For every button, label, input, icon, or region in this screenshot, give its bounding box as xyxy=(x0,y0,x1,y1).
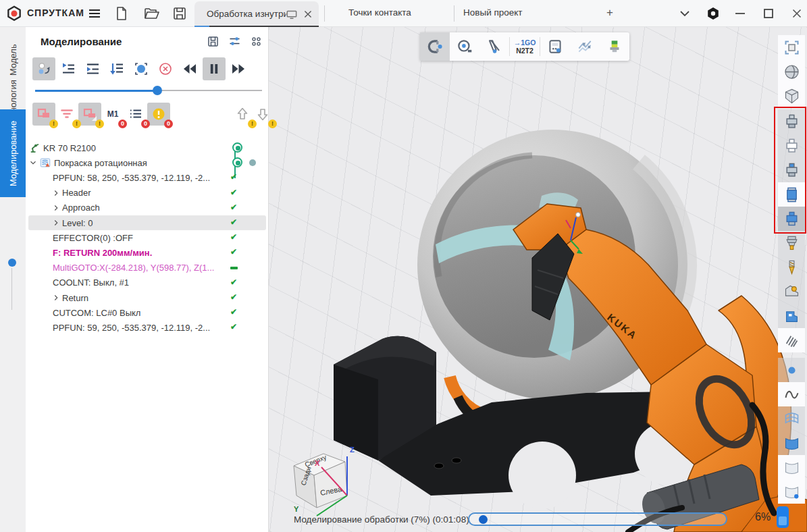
slider-thumb[interactable] xyxy=(153,86,162,95)
tree-row[interactable]: PPFUN: 59, 250, -535.379, -12.119, -2...… xyxy=(28,320,266,335)
sim-mode-button[interactable] xyxy=(32,57,55,80)
new-file-icon[interactable] xyxy=(113,5,130,22)
tree-row[interactable]: EFFECTOR(0) :OFF✔ xyxy=(28,230,266,245)
tree-item-label: KR 70 R2100 xyxy=(43,143,96,153)
check-icon: ✔ xyxy=(228,292,239,303)
tool-drill-button[interactable] xyxy=(778,255,805,280)
tree-row[interactable]: COOLNT: Выкл, #1✔ xyxy=(28,275,266,290)
go-codes-button[interactable]: →1GON2T2 xyxy=(510,32,540,61)
fast-forward-button[interactable] xyxy=(227,57,250,80)
caliper-button[interactable] xyxy=(479,32,509,61)
side-tab-simulation[interactable]: Моделирование xyxy=(0,109,26,197)
tree-item-label: Return xyxy=(62,293,88,303)
snap-magnet-button[interactable] xyxy=(420,32,450,61)
tree-row[interactable]: Return✔ xyxy=(28,290,266,305)
tree-item-label: PPFUN: 58, 250, -535.379, -12.119, -2... xyxy=(53,173,210,183)
simulation-progress-bar[interactable] xyxy=(468,512,727,526)
tree-row[interactable]: F: RETURN 200мм/мин.✔ xyxy=(28,245,266,260)
red-badge: 0 xyxy=(118,119,127,128)
tree-row[interactable]: Покраска ротационная xyxy=(28,155,266,170)
tab-active-project[interactable]: Обработка изнутри xyxy=(194,1,319,27)
view-sphere-button[interactable] xyxy=(778,59,805,84)
check-icon: ✔ xyxy=(228,217,239,228)
point-button[interactable] xyxy=(778,358,805,382)
tool-holder-button[interactable] xyxy=(778,231,805,255)
dash-status-icon xyxy=(230,267,238,269)
tree-row[interactable]: MultiGOTO:X(-284.218), Y(598.77), Z(1... xyxy=(28,261,266,275)
settings-nut-icon[interactable] xyxy=(705,5,721,22)
surface-grid-button[interactable] xyxy=(778,406,805,431)
red-badge: 0 xyxy=(164,119,173,128)
tab-project-3[interactable]: Новый проект xyxy=(463,7,523,18)
rewind-button[interactable] xyxy=(178,57,201,80)
tree-row[interactable]: Level: 0✔ xyxy=(28,215,266,230)
collision-check-button[interactable]: ! xyxy=(32,103,55,126)
tree-row[interactable]: Header✔ xyxy=(28,186,266,201)
chevron-down-icon[interactable] xyxy=(28,158,38,167)
sim-settings-icon[interactable] xyxy=(228,34,242,49)
side-tab-strip: Модель Технология Моделирование xyxy=(0,27,26,532)
signal-filter-button[interactable]: ! xyxy=(55,103,78,126)
strip-dot[interactable] xyxy=(8,259,16,267)
surface-light-button[interactable] xyxy=(778,455,805,479)
open-file-icon[interactable] xyxy=(143,5,159,22)
surface-point-button[interactable] xyxy=(778,479,805,504)
minimize-button[interactable] xyxy=(732,5,748,22)
m1-text-button[interactable]: M10 xyxy=(101,103,124,126)
new-tab-button[interactable]: + xyxy=(606,6,613,20)
axis-x-label: X xyxy=(315,459,320,467)
step-list-button[interactable] xyxy=(105,57,128,80)
stop-button[interactable] xyxy=(154,57,177,80)
tool-layers-button[interactable] xyxy=(600,32,629,61)
robot-icon xyxy=(28,142,41,154)
close-button[interactable] xyxy=(789,5,805,22)
chevron-right-icon[interactable] xyxy=(51,218,61,228)
warnings-button[interactable]: 0 xyxy=(147,103,170,126)
calculator-button[interactable] xyxy=(540,32,570,61)
tab-separator xyxy=(454,5,454,22)
collision-report-button[interactable]: ! xyxy=(78,103,101,126)
track-node-icon[interactable] xyxy=(232,142,242,153)
chevron-right-icon[interactable] xyxy=(51,188,61,198)
check-icon: ✔ xyxy=(228,247,239,258)
tabs-dropdown-icon[interactable] xyxy=(677,5,693,22)
view-cube[interactable]: Сверху Сзади Слева Z X Y xyxy=(279,440,360,518)
tab-separator xyxy=(324,5,325,22)
pause-button[interactable] xyxy=(203,57,226,80)
graph-button[interactable] xyxy=(570,32,600,61)
viewport[interactable]: KUKA →1GON2T2 xyxy=(269,27,807,532)
tree-row[interactable]: PPFUN: 58, 250, -535.379, -12.119, -2...… xyxy=(28,170,266,185)
axis-y-label: Y xyxy=(294,505,299,513)
chevron-right-icon[interactable] xyxy=(51,293,61,302)
tree-row[interactable]: CUTCOM: LC#0 Выкл✔ xyxy=(28,305,266,320)
tree-row[interactable]: Approach✔ xyxy=(28,201,266,215)
device-icon[interactable] xyxy=(777,506,789,528)
speed-slider[interactable] xyxy=(35,85,262,96)
progress-knob[interactable] xyxy=(479,515,488,524)
prev-warning-button[interactable]: ! xyxy=(231,103,254,126)
machine-head-blue-button[interactable] xyxy=(778,304,805,328)
menu-icon[interactable] xyxy=(86,5,103,22)
tree-row[interactable]: KR 70 R2100 xyxy=(28,140,266,155)
tab-close-icon[interactable] xyxy=(301,7,315,21)
step-into-button[interactable] xyxy=(57,57,80,80)
run-to-cursor-button[interactable] xyxy=(130,57,153,80)
save-file-icon[interactable] xyxy=(172,5,188,22)
toolpath-hatch-button[interactable] xyxy=(778,328,805,352)
track-node-icon[interactable] xyxy=(232,157,242,167)
measure-tape-button[interactable] xyxy=(450,32,479,61)
save-icon[interactable] xyxy=(206,34,220,49)
app-name: СПРУТКАМ xyxy=(27,7,84,18)
tab-underline xyxy=(194,26,319,28)
step-over-button[interactable] xyxy=(81,57,104,80)
curve-button[interactable] xyxy=(778,382,805,406)
chevron-right-icon[interactable] xyxy=(51,203,61,213)
maximize-button[interactable] xyxy=(760,5,777,22)
zoom-fit-button[interactable] xyxy=(778,35,805,59)
machine-head-button[interactable] xyxy=(778,280,805,304)
surface-blue-button[interactable] xyxy=(778,431,805,455)
tab-project-2[interactable]: Точки контакта xyxy=(348,7,411,18)
view-box-button[interactable] xyxy=(778,84,805,108)
more-grid-icon[interactable] xyxy=(249,34,263,49)
interp-list-button[interactable]: 0 xyxy=(124,103,147,126)
